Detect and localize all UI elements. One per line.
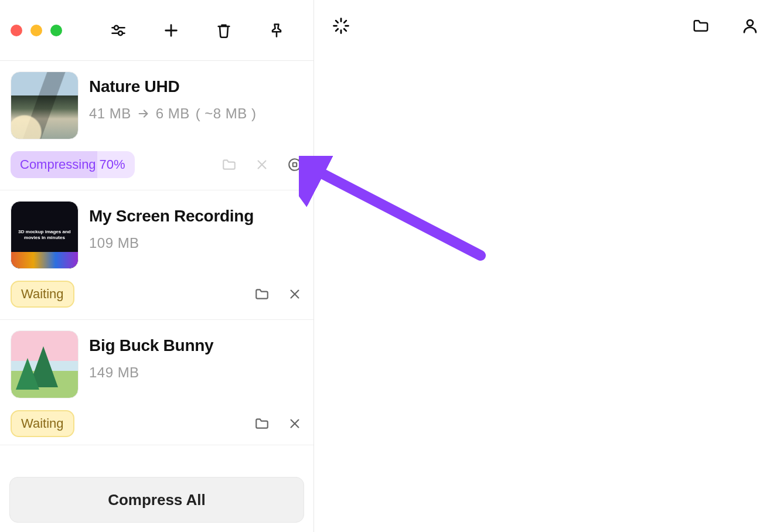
settings-button[interactable]	[109, 21, 128, 40]
svg-point-3	[118, 31, 122, 35]
svg-rect-11	[293, 163, 297, 167]
item-size-row: 41 MB 6 MB ( ~8 MB )	[89, 105, 256, 122]
main-toolbar	[314, 16, 777, 35]
item-actions	[254, 286, 303, 302]
thumbnail: 3D mockup images and movies in minutes	[11, 201, 79, 269]
stop-button[interactable]	[287, 156, 303, 173]
status-badge: Waiting	[11, 410, 74, 437]
delete-button[interactable]	[214, 21, 233, 40]
size-estimate: ( ~8 MB )	[196, 105, 257, 122]
svg-point-10	[289, 159, 301, 170]
size-compressed: 6 MB	[156, 105, 190, 122]
cancel-button[interactable]	[254, 156, 270, 173]
svg-line-22	[336, 29, 338, 31]
arrow-right-icon	[137, 107, 150, 120]
status-label: Compressing	[20, 157, 96, 172]
thumbnail	[11, 71, 79, 139]
item-title: Nature UHD	[89, 71, 256, 96]
status-label: Waiting	[21, 416, 64, 431]
size-original: 41 MB	[89, 105, 131, 122]
cancel-button[interactable]	[287, 415, 303, 432]
thumbnail-caption: 3D mockup images and movies in minutes	[11, 227, 78, 243]
status-badge: Waiting	[11, 281, 74, 308]
sidebar-toolbar	[109, 21, 286, 40]
item-actions	[221, 156, 303, 173]
list-item[interactable]: Big Buck Bunny 149 MB Waiting	[0, 320, 313, 445]
svg-line-18	[336, 21, 338, 23]
titlebar	[0, 0, 313, 61]
size-original: 109 MB	[89, 235, 139, 251]
status-label: Waiting	[21, 287, 64, 302]
reveal-folder-button[interactable]	[221, 156, 237, 173]
item-title: Big Buck Bunny	[89, 330, 213, 355]
svg-point-1	[114, 25, 118, 29]
thumbnail	[11, 330, 79, 398]
svg-line-19	[344, 29, 346, 31]
item-size-row: 109 MB	[89, 235, 254, 251]
item-size-row: 149 MB	[89, 364, 213, 381]
output-folder-button[interactable]	[691, 16, 710, 35]
status-progress: 70%	[100, 157, 125, 172]
close-window-button[interactable]	[11, 25, 22, 36]
item-title: My Screen Recording	[89, 201, 254, 226]
activity-spinner-icon	[332, 16, 350, 35]
compress-all-button[interactable]: Compress All	[9, 477, 304, 523]
sidebar-footer: Compress All	[0, 445, 313, 532]
file-list: Nature UHD 41 MB 6 MB ( ~8 MB ) Compress…	[0, 61, 313, 445]
svg-point-24	[747, 20, 753, 26]
list-item[interactable]: 3D mockup images and movies in minutes M…	[0, 190, 313, 320]
main-panel	[314, 0, 777, 532]
reveal-folder-button[interactable]	[254, 415, 270, 432]
minimize-window-button[interactable]	[30, 25, 42, 36]
account-button[interactable]	[741, 16, 759, 35]
zoom-window-button[interactable]	[50, 25, 62, 36]
cancel-button[interactable]	[287, 286, 303, 302]
window-controls	[11, 25, 62, 36]
add-button[interactable]	[162, 21, 180, 40]
reveal-folder-button[interactable]	[254, 286, 270, 302]
item-actions	[254, 415, 303, 432]
list-item[interactable]: Nature UHD 41 MB 6 MB ( ~8 MB ) Compress…	[0, 61, 313, 190]
status-badge: Compressing 70%	[11, 151, 135, 178]
sidebar: Nature UHD 41 MB 6 MB ( ~8 MB ) Compress…	[0, 0, 314, 532]
pin-button[interactable]	[267, 21, 286, 40]
svg-line-23	[344, 21, 346, 23]
size-original: 149 MB	[89, 364, 139, 381]
